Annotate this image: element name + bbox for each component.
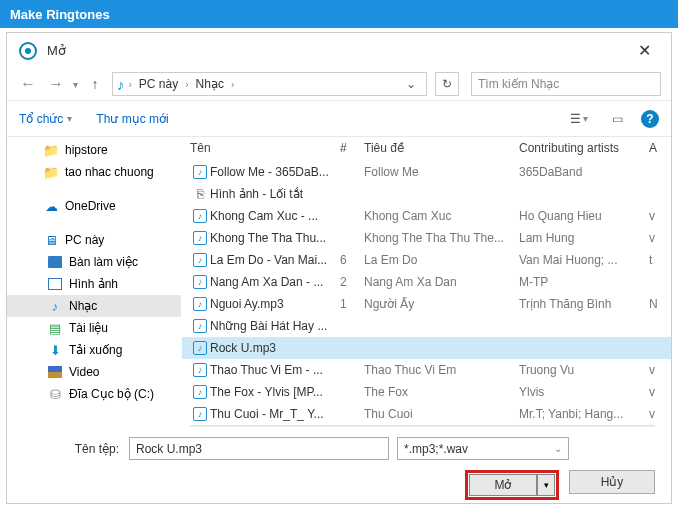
chevron-right-icon: › [129,79,132,90]
history-dropdown[interactable]: ▾ [73,79,78,90]
open-button[interactable]: Mở [469,474,537,496]
file-title: Khong The Tha Thu The... [364,231,519,245]
chevron-right-icon: › [231,79,234,90]
sidebar-label: Hình ảnh [69,277,118,291]
file-name: The Fox - Ylvis [MP... [210,385,340,399]
music-icon: ♪ [117,76,125,93]
sidebar-item[interactable]: Video [7,361,181,383]
file-title: Thu Cuoi [364,407,519,421]
open-dropdown[interactable]: ▾ [537,474,555,496]
file-end: v [649,385,655,399]
sidebar-item[interactable]: ▤Tài liệu [7,317,181,339]
file-artist: Ylvis [519,385,649,399]
file-end: v [649,231,655,245]
file-icon: ♪ [190,341,210,355]
file-artist: Van Mai Huong; ... [519,253,649,267]
file-name: Follow Me - 365DaB... [210,165,340,179]
breadcrumb-dropdown[interactable]: ⌄ [400,77,422,91]
open-button-highlight: Mở ▾ [465,470,559,500]
file-icon: ♪ [190,319,210,333]
search-input[interactable]: Tìm kiếm Nhạc [471,72,661,96]
chevron-down-icon: ⌄ [554,443,562,454]
file-row[interactable]: ⎘Hình ảnh - Lối tắt [182,183,671,205]
sidebar-item[interactable]: ⬇Tải xuống [7,339,181,361]
file-artist: M-TP [519,275,649,289]
col-name[interactable]: Tên [190,141,340,155]
close-button[interactable]: ✕ [630,41,659,60]
sidebar-label: Đĩa Cục bộ (C:) [69,387,154,401]
sidebar-label: hipstore [65,143,108,157]
sidebar: 📁hipstore📁tao nhac chuong☁OneDrive🖥PC nà… [7,137,182,427]
sidebar-item[interactable]: 📁tao nhac chuong [7,161,181,183]
sidebar-label: Tải xuống [69,343,122,357]
sidebar-item[interactable]: 📁hipstore [7,139,181,161]
filename-input[interactable]: Rock U.mp3 [129,437,389,460]
col-artist[interactable]: Contributing artists [519,141,649,155]
view-details-button[interactable]: ☰▾ [565,108,593,130]
chevron-down-icon: ▾ [67,113,72,124]
sidebar-label: Bàn làm việc [69,255,138,269]
back-button[interactable]: ← [17,73,39,95]
cancel-button[interactable]: Hủy [569,470,655,494]
main-panel: 📁hipstore📁tao nhac chuong☁OneDrive🖥PC nà… [7,137,671,427]
file-end: t [649,253,652,267]
sidebar-item[interactable]: Hình ảnh [7,273,181,295]
dialog-footer: Tên tệp: Rock U.mp3 *.mp3;*.wav ⌄ Mở ▾ H… [7,427,671,510]
file-name: Những Bài Hát Hay ... [210,319,340,333]
file-row[interactable]: ♪Rock U.mp3 [182,337,671,359]
file-num: 1 [340,297,364,311]
breadcrumb[interactable]: ♪ › PC này › Nhạc › ⌄ [112,72,427,96]
file-name: Khong Cam Xuc - ... [210,209,340,223]
preview-pane-button[interactable]: ▭ [603,108,631,130]
file-num: 6 [340,253,364,267]
file-icon: ♪ [190,385,210,399]
file-list: Tên # Tiêu đề Contributing artists A ♪Fo… [182,137,671,427]
file-row[interactable]: ♪Thao Thuc Vi Em - ...Thao Thuc Vi EmTru… [182,359,671,381]
organize-button[interactable]: Tổ chức ▾ [19,112,72,126]
file-row[interactable]: ♪The Fox - Ylvis [MP...The FoxYlvisv [182,381,671,403]
nav-bar: ← → ▾ ↑ ♪ › PC này › Nhạc › ⌄ ↻ Tìm kiếm… [7,68,671,101]
sidebar-item[interactable]: ⛁Đĩa Cục bộ (C:) [7,383,181,405]
file-row[interactable]: ♪Khong Cam Xuc - ...Khong Cam XucHo Quan… [182,205,671,227]
file-artist: Trịnh Thăng Bình [519,297,649,311]
file-name: Thao Thuc Vi Em - ... [210,363,340,377]
sidebar-item[interactable]: ☁OneDrive [7,195,181,217]
file-icon: ♪ [190,363,210,377]
sidebar-item[interactable]: Bàn làm việc [7,251,181,273]
file-name: Rock U.mp3 [210,341,340,355]
file-artist: Truong Vu [519,363,649,377]
app-titlebar: Make Ringtones [0,0,678,28]
file-name: Thu Cuoi - Mr_T_ Y... [210,407,340,421]
col-title[interactable]: Tiêu đề [364,141,519,155]
sidebar-item[interactable]: 🖥PC này [7,229,181,251]
sidebar-item[interactable]: ♪Nhạc [7,295,181,317]
file-title: Thao Thuc Vi Em [364,363,519,377]
file-row[interactable]: ♪Follow Me - 365DaB...Follow Me365DaBand [182,161,671,183]
up-button[interactable]: ↑ [84,73,106,95]
newfolder-button[interactable]: Thư mục mới [96,112,168,126]
column-headers[interactable]: Tên # Tiêu đề Contributing artists A [182,137,671,161]
file-row[interactable]: ♪Những Bài Hát Hay ... [182,315,671,337]
col-album[interactable]: A [649,141,657,155]
forward-button[interactable]: → [45,73,67,95]
breadcrumb-item[interactable]: PC này [136,77,181,91]
file-icon: ♪ [190,407,210,421]
app-icon [19,42,37,60]
file-row[interactable]: ♪Thu Cuoi - Mr_T_ Y...Thu CuoiMr.T; Yanb… [182,403,671,425]
col-num[interactable]: # [340,141,364,155]
file-row[interactable]: ♪Khong The Tha Thu...Khong The Tha Thu T… [182,227,671,249]
file-icon: ♪ [190,297,210,311]
help-button[interactable]: ? [641,110,659,128]
breadcrumb-item[interactable]: Nhạc [193,77,227,91]
refresh-button[interactable]: ↻ [435,72,459,96]
filename-label: Tên tệp: [21,442,129,456]
file-row[interactable]: ♪Nguoi Ay.mp31Người ẤyTrịnh Thăng BìnhN [182,293,671,315]
chevron-right-icon: › [185,79,188,90]
file-name: Khong The Tha Thu... [210,231,340,245]
horizontal-scrollbar[interactable] [190,425,655,427]
filetype-filter[interactable]: *.mp3;*.wav ⌄ [397,437,569,460]
file-row[interactable]: ♪La Em Do - Van Mai...6La Em DoVan Mai H… [182,249,671,271]
file-icon: ♪ [190,165,210,179]
file-row[interactable]: ♪Nang Am Xa Dan - ...2Nang Am Xa DanM-TP [182,271,671,293]
file-title: Người Ấy [364,297,519,311]
